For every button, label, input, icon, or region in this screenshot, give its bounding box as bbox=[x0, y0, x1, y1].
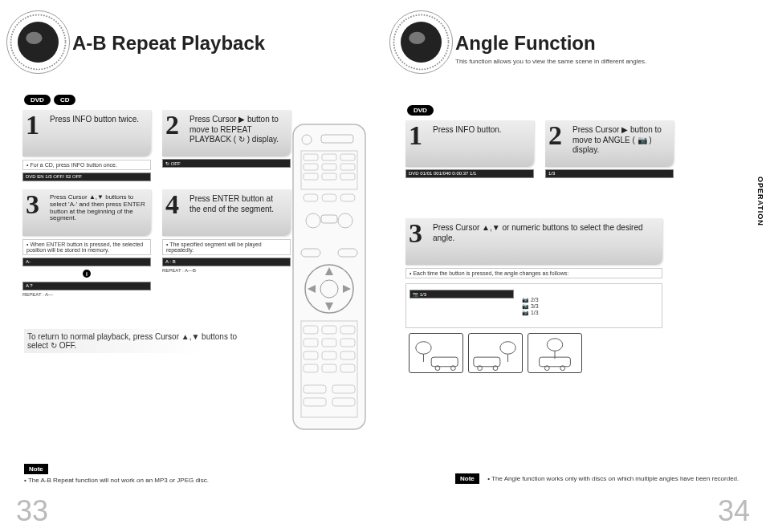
step-2: 2 Press Cursor ▶ button to move to ANGLE… bbox=[545, 120, 674, 178]
svg-point-3 bbox=[26, 32, 42, 44]
page-title: Angle Function bbox=[455, 32, 750, 55]
angle-view-3 bbox=[528, 333, 582, 373]
page-number: 34 bbox=[718, 494, 750, 528]
note-block: Note • The Angle function works only wit… bbox=[455, 469, 739, 484]
svg-point-62 bbox=[547, 339, 562, 351]
osd-display: DVD 01/01 001/040 0:00:37 1/1 bbox=[405, 169, 534, 178]
angle-cycle-diagram: 📷 1/3 📷 2/3 📷 3/3 📷 1/3 bbox=[405, 283, 662, 328]
angle-view-1 bbox=[409, 333, 463, 373]
osd-display: DVD EN 1/3 OFF/ 02 OFF bbox=[22, 173, 151, 181]
step-text: Press Cursor ▲,▼ or numeric buttons to s… bbox=[433, 221, 658, 243]
step-number: 4 bbox=[165, 193, 186, 217]
info-icon: i bbox=[83, 270, 91, 278]
osd-display: A- bbox=[22, 258, 151, 266]
remote-control-illustration bbox=[289, 120, 369, 433]
step-1: 1 Press INFO button. DVD 01/01 001/040 0… bbox=[405, 120, 534, 178]
right-page: Angle Function This function allows you … bbox=[383, 0, 766, 532]
osd-display: A ? bbox=[22, 282, 151, 290]
badge-dvd: DVD bbox=[407, 105, 434, 116]
disc-badges: DVD bbox=[407, 105, 750, 116]
osd-display: A : B bbox=[162, 258, 291, 266]
step-note: • For a CD, press INFO button once. bbox=[22, 160, 151, 170]
step-number: 1 bbox=[409, 124, 430, 148]
step-2: 2 Press Cursor ▶ button to move to REPEA… bbox=[162, 110, 291, 181]
step-3: 3 Press Cursor ▲,▼ buttons to select 'A-… bbox=[22, 189, 151, 297]
step-text: Press Cursor ▶ button to move to REPEAT … bbox=[189, 113, 286, 145]
step-text: Press INFO button twice. bbox=[50, 113, 139, 125]
left-page: A-B Repeat Playback DVD CD 1 Press INFO … bbox=[0, 0, 383, 532]
step-text: Press INFO button. bbox=[433, 124, 502, 136]
caption: REPEAT : A—B bbox=[162, 268, 291, 273]
step-number: 1 bbox=[26, 113, 47, 138]
angle-view-2 bbox=[468, 333, 523, 373]
speaker-icon bbox=[4, 8, 72, 76]
step-number: 3 bbox=[409, 221, 430, 246]
page-subtitle: This function allows you to view the sam… bbox=[455, 58, 750, 65]
badge-cd: CD bbox=[54, 95, 76, 105]
step-number: 3 bbox=[26, 193, 47, 217]
step-text: Press Cursor ▲,▼ buttons to select 'A-' … bbox=[50, 193, 146, 222]
svg-point-51 bbox=[409, 32, 425, 44]
svg-rect-59 bbox=[474, 357, 500, 367]
step-note: • Each time the button is pressed, the a… bbox=[405, 268, 662, 278]
note-block: Note • The A-B Repeat function will not … bbox=[24, 460, 209, 484]
badge-dvd: DVD bbox=[24, 95, 51, 105]
disc-badges: DVD CD bbox=[24, 95, 367, 105]
note-text: • The A-B Repeat function will not work … bbox=[24, 477, 209, 484]
note-label: Note bbox=[455, 473, 479, 484]
step-4: 4 Press ENTER button at the end of the s… bbox=[162, 189, 291, 297]
step-1: 1 Press INFO button twice. • For a CD, p… bbox=[22, 110, 151, 181]
step-note: • The specified segment will be played r… bbox=[162, 239, 291, 255]
angle-views bbox=[409, 333, 662, 373]
step-3: 3 Press Cursor ▲,▼ or numeric buttons to… bbox=[405, 218, 662, 373]
svg-point-52 bbox=[416, 341, 431, 354]
step-text: Press ENTER button at the end of the seg… bbox=[189, 193, 286, 214]
svg-point-57 bbox=[500, 341, 515, 354]
footer-instruction: To return to normal playback, press Curs… bbox=[24, 329, 249, 353]
note-text: • The Angle function works only with dis… bbox=[487, 475, 739, 482]
note-label: Note bbox=[24, 464, 48, 474]
section-tab: OPERATION bbox=[756, 177, 764, 226]
svg-rect-54 bbox=[431, 357, 458, 367]
osd-display: 📷 1/3 bbox=[409, 290, 514, 298]
osd-display: 1/3 bbox=[545, 169, 674, 178]
caption: REPEAT : A— bbox=[22, 292, 151, 297]
step-note: • When ENTER button is pressed, the sele… bbox=[22, 239, 151, 255]
speaker-icon bbox=[387, 8, 455, 76]
page-title: A-B Repeat Playback bbox=[72, 32, 367, 55]
osd-display: ↻ OFF bbox=[162, 159, 291, 168]
step-number: 2 bbox=[165, 113, 186, 138]
step-number: 2 bbox=[548, 124, 569, 148]
page-number: 33 bbox=[16, 494, 48, 528]
step-text: Press Cursor ▶ button to move to ANGLE (… bbox=[572, 124, 669, 156]
